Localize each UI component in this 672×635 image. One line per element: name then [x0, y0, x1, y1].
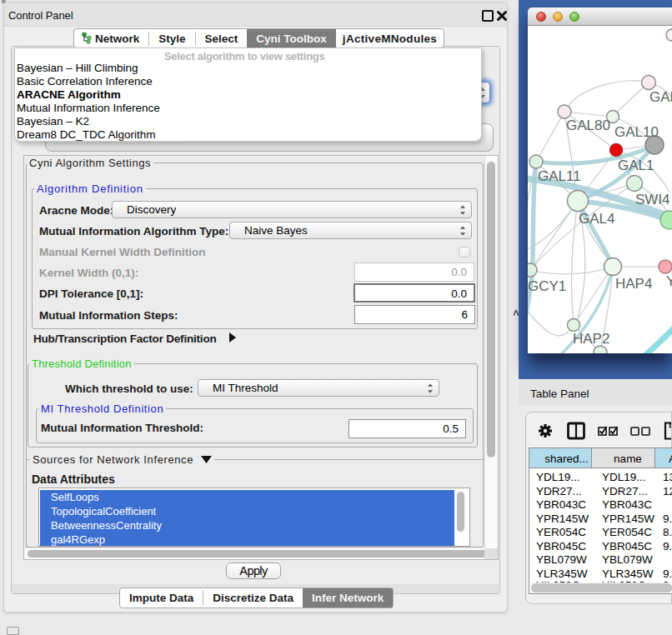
svg-text:HAP2: HAP2: [573, 331, 609, 347]
svg-text:GAL1: GAL1: [618, 158, 654, 173]
svg-text:GAL11: GAL11: [538, 168, 581, 184]
svg-text:GAL4: GAL4: [579, 211, 614, 227]
svg-text:GAL80: GAL80: [566, 118, 610, 133]
svg-text:HAP4: HAP4: [615, 276, 652, 292]
svg-text:GAL10: GAL10: [614, 124, 659, 140]
svg-text:SWI4: SWI4: [635, 192, 670, 208]
svg-text:GAL2: GAL2: [649, 89, 672, 105]
svg-text:GCY1: GCY1: [528, 278, 566, 294]
svg-text:YJ: YJ: [666, 273, 672, 289]
